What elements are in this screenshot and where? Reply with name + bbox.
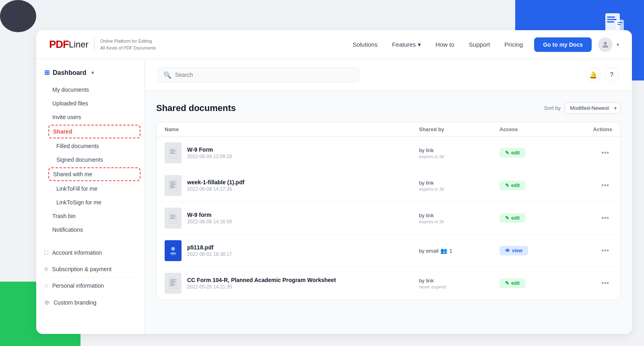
edit-access-button[interactable]: ✎ edit bbox=[500, 213, 525, 223]
personal-icon: ○ bbox=[44, 282, 48, 289]
svg-point-7 bbox=[604, 41, 607, 44]
nav-features[interactable]: Features ▾ bbox=[392, 41, 421, 48]
svg-rect-5 bbox=[617, 22, 622, 23]
edit-access-button[interactable]: ✎ edit bbox=[500, 278, 525, 288]
expires-label: expires in 2h bbox=[419, 219, 500, 224]
nav-howto[interactable]: How to bbox=[436, 41, 454, 48]
actions-col: ••• bbox=[564, 212, 612, 224]
svg-rect-18 bbox=[170, 186, 175, 187]
more-actions-button[interactable]: ••• bbox=[598, 180, 612, 192]
nav-support[interactable]: Support bbox=[469, 41, 490, 48]
svg-rect-3 bbox=[607, 21, 614, 23]
notification-button[interactable]: 🔔 bbox=[586, 68, 601, 82]
logo-pdf: PDF bbox=[49, 38, 69, 51]
sidebar-item-linktofill[interactable]: LinkToFill for me bbox=[36, 182, 144, 196]
sidebar-item-account[interactable]: □ Account information bbox=[44, 245, 136, 261]
main-content: 🔍 🔔 ? Shared documents Sort by M bbox=[145, 59, 632, 334]
docs-table: Name Shared by Access Actions bbox=[156, 122, 621, 300]
docs-title: Shared documents bbox=[156, 103, 236, 113]
doc-name: W-9 Form bbox=[187, 146, 232, 153]
sidebar-item-subscription[interactable]: ≡ Subscription & payment bbox=[44, 261, 136, 277]
user-menu[interactable]: ▾ bbox=[598, 37, 619, 52]
doc-name-col: W-9 form 2022-06-08 14:16:56 bbox=[165, 208, 419, 229]
search-input[interactable] bbox=[158, 67, 359, 82]
table-row: W-9 Form 2022-06-09 12:09:28 by link exp… bbox=[157, 137, 620, 169]
search-icon: 🔍 bbox=[163, 71, 171, 79]
col-access: Access bbox=[500, 126, 564, 132]
doc-date: 2022-06-09 12:09:28 bbox=[187, 154, 232, 159]
more-actions-button[interactable]: ••• bbox=[598, 147, 612, 159]
sort-wrapper: Modified-Newest Modified-Oldest Name A-Z… bbox=[565, 102, 621, 114]
expires-label: expires in 3d bbox=[419, 187, 500, 192]
sidebar-dashboard[interactable]: ⊞ Dashboard ▾ bbox=[36, 69, 144, 83]
go-to-docs-button[interactable]: Go to my Docs bbox=[534, 37, 592, 52]
sidebar-item-notifications[interactable]: Notifications bbox=[36, 223, 144, 237]
doc-thumbnail bbox=[165, 175, 182, 196]
pencil-icon: ✎ bbox=[505, 280, 509, 286]
svg-rect-22 bbox=[170, 216, 176, 217]
branding-icon: ⊕ bbox=[44, 299, 50, 306]
more-actions-button[interactable]: ••• bbox=[598, 245, 612, 257]
view-access-button[interactable]: 👁 view bbox=[500, 246, 528, 255]
sidebar-item-personal[interactable]: ○ Personal information bbox=[44, 277, 136, 294]
sidebar-bottom-section: □ Account information ≡ Subscription & p… bbox=[36, 245, 144, 311]
svg-rect-12 bbox=[170, 153, 175, 154]
svg-rect-1 bbox=[607, 16, 615, 18]
sidebar-item-shared[interactable]: Shared bbox=[48, 125, 140, 138]
svg-rect-6 bbox=[617, 24, 621, 25]
svg-point-26 bbox=[171, 247, 175, 251]
help-button[interactable]: ? bbox=[605, 68, 619, 82]
nav-pricing[interactable]: Pricing bbox=[504, 41, 523, 48]
sidebar-item-linktosign[interactable]: LinkToSign for me bbox=[36, 196, 144, 209]
doc-name-col: CC Form 104-R, Planned Academic Program … bbox=[165, 273, 419, 294]
more-actions-button[interactable]: ••• bbox=[598, 212, 612, 224]
actions-col: ••• bbox=[564, 180, 612, 192]
doc-date: 2022-06-01 18:38:17 bbox=[187, 251, 232, 257]
col-name: Name bbox=[165, 126, 419, 132]
svg-rect-20 bbox=[169, 213, 177, 223]
edit-access-button[interactable]: ✎ edit bbox=[500, 148, 525, 158]
col-actions: Actions bbox=[564, 126, 612, 132]
svg-rect-2 bbox=[607, 19, 617, 20]
svg-rect-16 bbox=[170, 184, 176, 185]
svg-rect-35 bbox=[170, 285, 174, 286]
dashboard-chevron-icon: ▾ bbox=[91, 70, 94, 76]
search-bar-area: 🔍 🔔 ? bbox=[145, 59, 632, 91]
svg-rect-31 bbox=[170, 280, 175, 281]
sidebar-item-filled-documents[interactable]: Filled documents bbox=[36, 139, 144, 153]
shared-by-col: by link never expired bbox=[419, 278, 500, 289]
sort-select[interactable]: Modified-Newest Modified-Oldest Name A-Z… bbox=[565, 102, 621, 114]
doc-info: p5118.pdf 2022-06-01 18:38:17 bbox=[187, 244, 232, 257]
logo-tagline: Online Platform for Editing All Kinds of… bbox=[94, 38, 156, 51]
docs-header: Shared documents Sort by Modified-Newest… bbox=[156, 102, 621, 114]
sidebar-item-invite-users[interactable]: Invite users bbox=[36, 110, 144, 124]
logo[interactable]: PDF Liner bbox=[49, 38, 89, 51]
edit-access-button[interactable]: ✎ edit bbox=[500, 181, 525, 190]
sidebar-item-trash-bin[interactable]: Trash bin bbox=[36, 209, 144, 223]
more-actions-button[interactable]: ••• bbox=[598, 278, 612, 289]
shared-by-col: by link expires in 2h bbox=[419, 212, 500, 224]
doc-thumbnail bbox=[165, 142, 182, 163]
doc-name: CC Form 104-R, Planned Academic Program … bbox=[187, 277, 336, 283]
actions-col: ••• bbox=[564, 245, 612, 257]
col-shared-by: Shared by bbox=[419, 126, 500, 132]
brand-logo-icon bbox=[600, 6, 632, 38]
doc-info: W-9 Form 2022-06-09 12:09:28 bbox=[187, 146, 232, 159]
sidebar-item-my-documents[interactable]: My documents bbox=[36, 83, 144, 97]
svg-rect-14 bbox=[170, 181, 176, 182]
expires-label: expires in 3d bbox=[419, 154, 500, 159]
people-icon: 👥 bbox=[440, 247, 447, 254]
sidebar-item-signed-documents[interactable]: Signed documents bbox=[36, 153, 144, 167]
actions-col: ••• bbox=[564, 278, 612, 289]
svg-rect-23 bbox=[170, 217, 174, 218]
svg-rect-9 bbox=[170, 149, 175, 150]
svg-rect-4 bbox=[616, 20, 624, 31]
svg-rect-11 bbox=[170, 152, 174, 153]
svg-rect-15 bbox=[170, 183, 175, 183]
sidebar-item-uploaded-files[interactable]: Uploaded files bbox=[36, 97, 144, 110]
doc-name-col: FATCA p5118.pdf 2022-06-01 18:38:17 bbox=[165, 240, 419, 261]
nav-solutions[interactable]: Solutions bbox=[353, 41, 378, 48]
shared-by-col: by email 👥 1 bbox=[419, 247, 500, 254]
sidebar-item-branding[interactable]: ⊕ Custom branding bbox=[44, 294, 136, 311]
sidebar-item-shared-with-me[interactable]: Shared with me bbox=[48, 167, 140, 181]
